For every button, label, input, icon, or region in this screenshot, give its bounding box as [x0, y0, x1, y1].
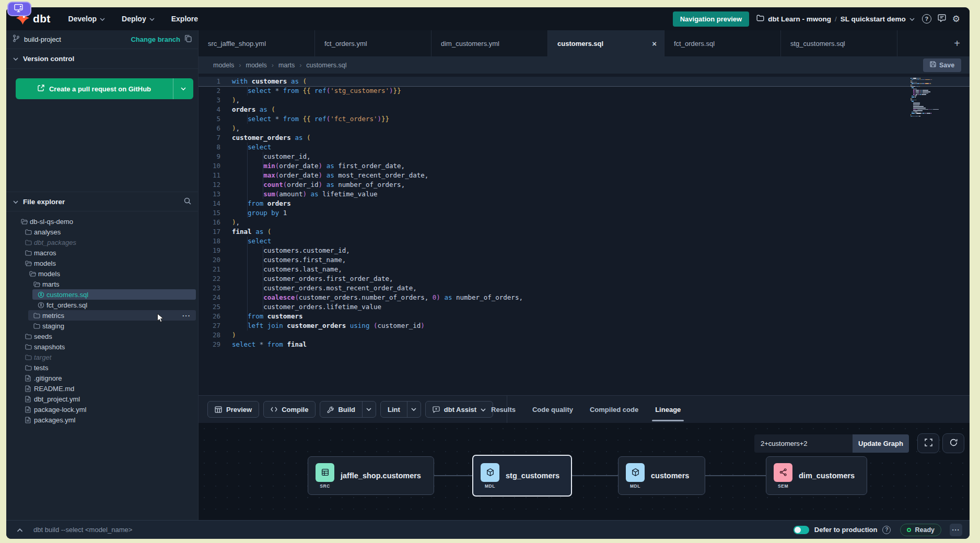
tree-item-metrics[interactable]: metrics···	[6, 310, 198, 321]
code-line-5[interactable]: 5select * from {{ ref('fct_orders')}}	[199, 114, 970, 124]
copy-icon[interactable]	[184, 34, 192, 44]
code-line-3[interactable]: 3),	[199, 96, 970, 105]
code-line-19[interactable]: 19customers.customer_id,	[199, 246, 970, 255]
panel-tab-lineage[interactable]: Lineage	[655, 396, 681, 423]
command-input[interactable]: dbt build --select <model_name>	[33, 526, 132, 534]
nav-menu-explore[interactable]: Explore	[171, 15, 198, 23]
nav-menu-deploy[interactable]: Deploy	[122, 15, 155, 23]
pr-dropdown-button[interactable]	[173, 78, 193, 99]
compile-button[interactable]: Compile	[264, 402, 315, 417]
tree-item-models[interactable]: models	[6, 268, 198, 279]
editor-tab-stg-customers-sql[interactable]: stg_customers.sql	[781, 30, 897, 56]
ready-status-badge[interactable]: Ready	[900, 524, 941, 536]
tree-item-package-lock-yml[interactable]: package-lock.yml	[6, 404, 198, 415]
code-line-23[interactable]: 23customer_orders.most_recent_order_date…	[199, 284, 970, 293]
lineage-canvas[interactable]: SRCjaffle_shop.customersMDLstg_customers…	[199, 423, 970, 520]
lineage-node-stg-customers[interactable]: MDLstg_customers	[472, 455, 572, 497]
code-line-7[interactable]: 7customer_orders as (	[199, 133, 970, 143]
tree-item-db-sl-qs-demo[interactable]: db-sl-qs-demo	[6, 216, 198, 227]
fullscreen-button[interactable]	[917, 433, 939, 453]
panel-tab-code-quality[interactable]: Code quality	[532, 396, 573, 423]
code-line-13[interactable]: 13sum(amount) as lifetime_value	[199, 190, 970, 199]
build-dropdown-button[interactable]	[362, 402, 376, 417]
breadcrumb-item[interactable]: models	[246, 62, 266, 69]
code-line-27[interactable]: 27left join customer_orders using (custo…	[199, 321, 970, 330]
code-editor[interactable]: 1with customers as (2select * from {{ re…	[199, 74, 970, 395]
tree-item-macros[interactable]: macros	[6, 247, 198, 258]
editor-tab-fct-orders-yml[interactable]: fct_orders.yml	[315, 30, 431, 56]
defer-help-icon[interactable]: ?	[882, 526, 891, 534]
code-line-20[interactable]: 20customers.first_name,	[199, 255, 970, 265]
tree-item-dbt-packages[interactable]: dbt_packages	[6, 237, 198, 247]
tree-item-dbt-project-yml[interactable]: dbt_project.yml	[6, 394, 198, 404]
breadcrumb-item[interactable]: marts	[278, 62, 295, 69]
editor-tab-customers-sql[interactable]: customers.sql×	[548, 30, 664, 56]
code-line-29[interactable]: 29select * from final	[199, 340, 970, 349]
defer-toggle[interactable]	[794, 526, 809, 534]
chevron-up-icon[interactable]	[14, 524, 26, 536]
tree-item-tests[interactable]: tests	[6, 362, 198, 373]
more-options-button[interactable]: ···	[950, 524, 962, 536]
nav-menu-develop[interactable]: Develop	[68, 15, 105, 23]
change-branch-link[interactable]: Change branch	[131, 36, 180, 43]
tree-item-readme-md[interactable]: README.md	[6, 383, 198, 394]
lint-button[interactable]: Lint	[381, 402, 407, 417]
code-line-6[interactable]: 6),	[199, 124, 970, 133]
code-line-28[interactable]: 28)	[199, 330, 970, 340]
code-line-25[interactable]: 25customer_orders.lifetime_value	[199, 302, 970, 312]
help-icon[interactable]: ?	[922, 14, 931, 23]
editor-minimap[interactable]	[910, 78, 940, 117]
search-icon[interactable]	[184, 197, 191, 206]
feedback-chat-icon[interactable]	[938, 14, 946, 24]
code-line-9[interactable]: 9customer_id,	[199, 152, 970, 161]
editor-tab-fct-orders-sql[interactable]: fct_orders.sql	[664, 30, 781, 56]
code-line-21[interactable]: 21customers.last_name,	[199, 265, 970, 274]
refresh-button[interactable]	[942, 433, 964, 453]
tree-item--gitignore[interactable]: .gitignore	[6, 373, 198, 383]
lint-dropdown-button[interactable]	[407, 402, 421, 417]
row-menu-button[interactable]: ···	[182, 312, 191, 320]
lineage-node-jaffle-shop-customers[interactable]: SRCjaffle_shop.customers	[308, 456, 434, 495]
panel-tab-results[interactable]: Results	[491, 396, 516, 423]
code-line-14[interactable]: 14from orders	[199, 199, 970, 208]
dbt-assist-button[interactable]: dbt Assist	[426, 402, 493, 417]
new-tab-button[interactable]: +	[944, 30, 970, 56]
lineage-node-dim-customers[interactable]: SEMdim_customers	[766, 456, 867, 495]
lineage-selector-input[interactable]: 2+customers+2	[754, 434, 853, 453]
tree-item-seeds[interactable]: seeds	[6, 331, 198, 341]
build-button[interactable]: Build	[320, 402, 362, 417]
navigation-preview-button[interactable]: Navigation preview	[673, 11, 749, 27]
code-line-16[interactable]: 16),	[199, 218, 970, 227]
tree-item-snapshots[interactable]: snapshots	[6, 341, 198, 352]
code-line-11[interactable]: 11max(order_date) as most_recent_order_d…	[199, 171, 970, 180]
code-line-12[interactable]: 12count(order_id) as number_of_orders,	[199, 180, 970, 190]
tree-item-customers-sql[interactable]: customers.sql	[6, 289, 198, 300]
breadcrumb-item[interactable]: models	[213, 62, 234, 69]
tree-item-target[interactable]: target	[6, 352, 198, 362]
code-line-22[interactable]: 22customer_orders.first_order_date,	[199, 274, 970, 284]
breadcrumb-item[interactable]: customers.sql	[306, 62, 346, 69]
tree-item-analyses[interactable]: analyses	[6, 227, 198, 237]
file-explorer-header[interactable]: File explorer	[6, 192, 198, 211]
code-line-10[interactable]: 10min(order_date) as first_order_date,	[199, 161, 970, 171]
code-line-8[interactable]: 8select	[199, 143, 970, 152]
tree-item-marts[interactable]: marts	[6, 279, 198, 289]
code-line-24[interactable]: 24coalesce(customer_orders.number_of_ord…	[199, 293, 970, 302]
lineage-node-customers[interactable]: MDLcustomers	[618, 456, 705, 495]
close-icon[interactable]: ×	[648, 39, 657, 48]
create-pr-button[interactable]: Create a pull request on GitHub	[16, 78, 193, 99]
code-line-1[interactable]: 1with customers as (	[199, 77, 970, 86]
save-button[interactable]: Save	[923, 58, 961, 72]
code-line-2[interactable]: 2select * from {{ ref('stg_customers')}}	[199, 86, 970, 96]
panel-tab-compiled-code[interactable]: Compiled code	[590, 396, 638, 423]
version-control-header[interactable]: Version control	[6, 49, 198, 69]
code-line-15[interactable]: 15group by 1	[199, 208, 970, 218]
code-line-17[interactable]: 17final as (	[199, 227, 970, 237]
editor-tab-dim-customers-yml[interactable]: dim_customers.yml	[431, 30, 548, 56]
editor-tab-src-jaffle-shop-yml[interactable]: src_jaffle_shop.yml	[199, 30, 315, 56]
tree-item-models[interactable]: models	[6, 258, 198, 268]
code-line-4[interactable]: 4orders as (	[199, 105, 970, 114]
tree-item-fct-orders-sql[interactable]: fct_orders.sql	[6, 300, 198, 310]
code-line-18[interactable]: 18select	[199, 237, 970, 246]
tree-item-packages-yml[interactable]: packages.yml	[6, 415, 198, 425]
